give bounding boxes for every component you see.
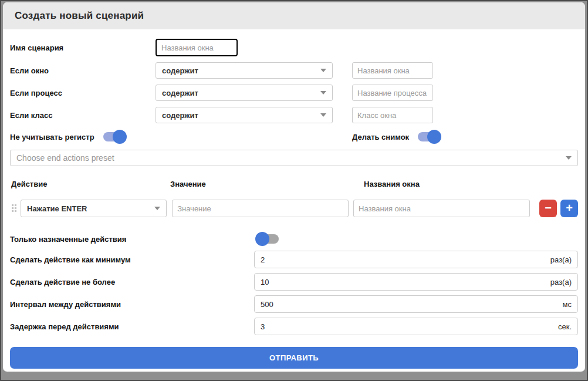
max-times-row: Сделать действие не более раз(а) (10, 273, 578, 291)
interval-field: мс (254, 295, 578, 313)
only-assigned-row: Только назначенные действия (10, 232, 578, 246)
condition-value-input[interactable] (352, 85, 433, 101)
max-times-label: Сделать действие не более (10, 278, 254, 286)
only-assigned-label: Только назначенные действия (10, 235, 256, 244)
condition-row-window: Если окно содержит (10, 62, 578, 79)
selected-operator: содержит (162, 111, 198, 120)
action-window-input[interactable] (353, 200, 530, 217)
max-times-field: раз(а) (254, 273, 578, 291)
window-frame: Создать новый сценарий Имя сценария Если… (0, 0, 588, 381)
delay-label: Задержка перед действиями (10, 322, 254, 331)
condition-operator-select[interactable]: содержит (156, 107, 333, 123)
interval-unit: мс (563, 300, 572, 309)
selected-operator: содержит (162, 66, 198, 75)
ignore-case-group: Не учитывать регистр (10, 132, 352, 141)
submit-row: ОТПРАВИТЬ (10, 347, 578, 369)
actions-header-window: Названия окна (364, 180, 420, 188)
create-scenario-panel: Создать новый сценарий Имя сценария Если… (3, 2, 585, 372)
snapshot-group: Делать снимок (352, 132, 440, 141)
end-actions-preset-select[interactable]: Choose end actions preset (10, 150, 578, 166)
interval-label: Интервал между действиями (10, 300, 254, 309)
actions-table-headers: Действие Значение Названия окна (10, 179, 578, 188)
chevron-down-icon (154, 207, 160, 210)
condition-value-input[interactable] (352, 107, 433, 123)
condition-row-class: Если класс содержит (10, 107, 578, 123)
chevron-down-icon (320, 91, 326, 95)
condition-label: Если окно (10, 66, 156, 75)
action-type-select[interactable]: Нажатие ENTER (21, 200, 167, 217)
min-times-field: раз(а) (254, 251, 578, 268)
min-times-row: Сделать действие как минимум раз(а) (10, 251, 578, 268)
only-assigned-toggle[interactable] (256, 234, 279, 244)
condition-operator-select[interactable]: содержит (156, 85, 333, 101)
delay-input[interactable] (261, 322, 558, 331)
scenario-name-label: Имя сценария (10, 43, 156, 52)
scenario-name-input[interactable] (156, 39, 238, 56)
condition-row-process: Если процесс содержит (10, 85, 578, 101)
actions-header-action: Действие (10, 180, 170, 188)
min-times-input[interactable] (261, 255, 550, 264)
scenario-name-row: Имя сценария (10, 39, 578, 56)
delay-field: сек. (254, 318, 578, 335)
condition-label: Если процесс (10, 89, 156, 97)
max-times-input[interactable] (261, 278, 550, 286)
chevron-down-icon (566, 156, 572, 160)
action-value-input[interactable] (172, 200, 349, 217)
drag-handle-icon[interactable] (10, 204, 18, 213)
selected-operator: содержит (162, 89, 198, 97)
plus-icon: + (566, 200, 573, 215)
ignore-case-toggle[interactable] (103, 132, 126, 141)
interval-input[interactable] (261, 300, 563, 309)
toggle-knob (255, 232, 269, 246)
submit-button[interactable]: ОТПРАВИТЬ (10, 347, 578, 369)
min-times-unit: раз(а) (550, 255, 572, 264)
action-row: Нажатие ENTER − + (10, 200, 578, 217)
interval-row: Интервал между действиями мс (10, 295, 578, 313)
add-action-button[interactable]: + (560, 200, 578, 217)
condition-operator-select[interactable]: содержит (156, 62, 333, 79)
preset-row: Choose end actions preset (10, 150, 578, 166)
minus-icon: − (545, 200, 552, 215)
snapshot-toggle[interactable] (418, 132, 440, 141)
toggle-knob (427, 130, 441, 144)
remove-action-button[interactable]: − (539, 200, 557, 217)
scenario-form: Имя сценария Если окно содержит Если про… (3, 39, 585, 369)
toggles-row: Не учитывать регистр Делать снимок (10, 130, 578, 144)
condition-label: Если класс (10, 111, 156, 120)
max-times-unit: раз(а) (550, 278, 572, 286)
toggle-knob (113, 130, 127, 144)
delay-row: Задержка перед действиями сек. (10, 318, 578, 335)
chevron-down-icon (320, 113, 326, 117)
snapshot-label: Делать снимок (352, 133, 409, 141)
preset-placeholder: Choose end actions preset (16, 153, 114, 163)
delay-unit: сек. (558, 322, 572, 331)
ignore-case-label: Не учитывать регистр (10, 133, 94, 141)
selected-action: Нажатие ENTER (27, 204, 87, 213)
panel-header: Создать новый сценарий (3, 2, 585, 29)
page-title: Создать новый сценарий (15, 10, 144, 22)
actions-header-value: Значение (170, 180, 364, 188)
chevron-down-icon (320, 69, 326, 72)
min-times-label: Сделать действие как минимум (10, 255, 254, 264)
condition-value-input[interactable] (352, 62, 433, 79)
